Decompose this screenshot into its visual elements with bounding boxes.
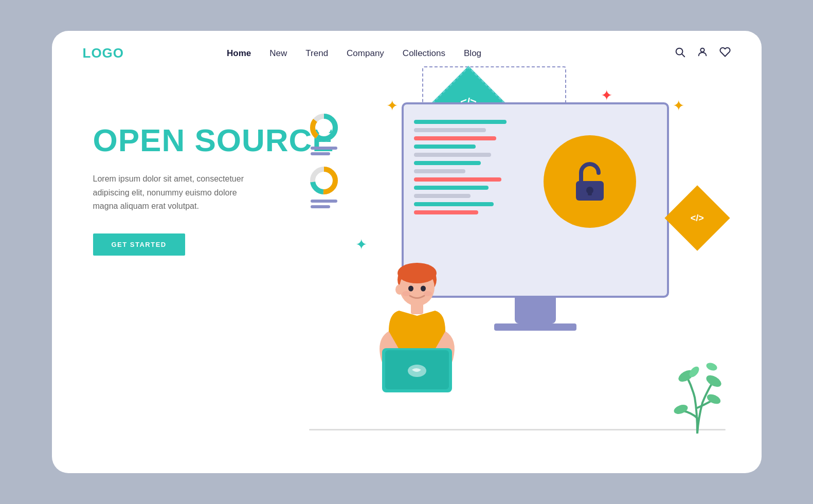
hero-description: Lorem ipsum dolor sit amet, consectetuer… bbox=[93, 172, 263, 213]
nav-link-company[interactable]: Company bbox=[347, 48, 384, 59]
bar-line bbox=[311, 200, 337, 203]
nav-link-trend[interactable]: Trend bbox=[305, 48, 328, 59]
code-line bbox=[414, 177, 501, 182]
heart-icon bbox=[719, 46, 731, 58]
sparkle-icon-2: ✦ bbox=[355, 236, 367, 253]
plant-decoration bbox=[666, 341, 728, 434]
sparkle-icon-3: ✦ bbox=[673, 97, 684, 114]
plant-svg bbox=[666, 341, 728, 434]
pie-chart-1 bbox=[309, 113, 339, 155]
svg-line-1 bbox=[682, 54, 684, 57]
svg-point-25 bbox=[424, 291, 432, 296]
hero-left: OPEN SOURCE Lorem ipsum dolor sit amet, … bbox=[93, 92, 340, 256]
pie-charts-container bbox=[309, 113, 339, 208]
user-icon bbox=[697, 46, 708, 58]
user-button[interactable] bbox=[697, 46, 708, 60]
code-tag-yellow: </> bbox=[690, 213, 703, 224]
navbar: LOGO Home New Trend Company Collections … bbox=[52, 31, 762, 61]
nav-link-home[interactable]: Home bbox=[227, 48, 251, 59]
hero-title: OPEN SOURCE bbox=[93, 123, 340, 158]
bar-lines-1 bbox=[311, 147, 337, 155]
svg-point-27 bbox=[704, 373, 723, 389]
svg-rect-13 bbox=[588, 190, 592, 195]
svg-point-2 bbox=[700, 48, 704, 52]
search-button[interactable] bbox=[674, 46, 685, 60]
code-diamond-yellow: </> bbox=[664, 185, 730, 250]
search-icon bbox=[674, 46, 685, 58]
donut-chart-orange bbox=[309, 166, 339, 195]
svg-point-16 bbox=[398, 263, 437, 283]
svg-point-10 bbox=[317, 173, 331, 188]
hero-illustration: ✦ ✦ ✦ ✦ bbox=[340, 92, 731, 452]
code-line bbox=[414, 194, 471, 198]
bar-line bbox=[311, 205, 330, 208]
svg-point-22 bbox=[408, 286, 413, 292]
code-line bbox=[414, 145, 476, 149]
person-svg bbox=[360, 251, 474, 426]
svg-point-31 bbox=[705, 362, 718, 372]
pie-chart-2 bbox=[309, 166, 339, 208]
person-illustration bbox=[360, 251, 474, 426]
nav-links: Home New Trend Company Collections Blog bbox=[227, 48, 481, 59]
nav-link-blog[interactable]: Blog bbox=[464, 48, 481, 59]
code-line bbox=[414, 169, 465, 173]
bar-lines-2 bbox=[311, 200, 337, 208]
code-line bbox=[414, 210, 478, 214]
code-line bbox=[414, 120, 507, 124]
sparkle-icon-1: ✦ bbox=[386, 97, 398, 114]
lock-icon-circle bbox=[544, 135, 636, 228]
ground-line bbox=[309, 429, 726, 430]
sparkle-icon-4: ✦ bbox=[601, 87, 612, 104]
code-lines bbox=[414, 120, 517, 219]
svg-rect-18 bbox=[411, 303, 423, 314]
nav-icons bbox=[674, 46, 731, 60]
code-line bbox=[414, 186, 489, 190]
wishlist-button[interactable] bbox=[719, 46, 731, 60]
monitor-base bbox=[494, 323, 576, 331]
donut-chart-teal bbox=[309, 113, 339, 142]
code-line bbox=[414, 202, 494, 206]
code-line bbox=[414, 153, 491, 157]
nav-link-collections[interactable]: Collections bbox=[403, 48, 445, 59]
svg-point-23 bbox=[421, 286, 426, 292]
svg-point-24 bbox=[402, 291, 410, 296]
lock-icon bbox=[567, 158, 613, 205]
code-line bbox=[414, 136, 496, 140]
svg-point-28 bbox=[673, 403, 689, 416]
hero-section: OPEN SOURCE Lorem ipsum dolor sit amet, … bbox=[52, 61, 762, 457]
logo: LOGO bbox=[83, 45, 124, 61]
code-line bbox=[414, 161, 481, 165]
bar-line bbox=[311, 152, 330, 155]
monitor-stand bbox=[515, 298, 556, 323]
landing-page-card: LOGO Home New Trend Company Collections … bbox=[52, 31, 762, 473]
bar-line bbox=[311, 147, 337, 150]
code-line bbox=[414, 128, 486, 132]
nav-link-new[interactable]: New bbox=[269, 48, 287, 59]
svg-point-6 bbox=[317, 120, 331, 135]
get-started-button[interactable]: GET STARTED bbox=[93, 233, 185, 256]
